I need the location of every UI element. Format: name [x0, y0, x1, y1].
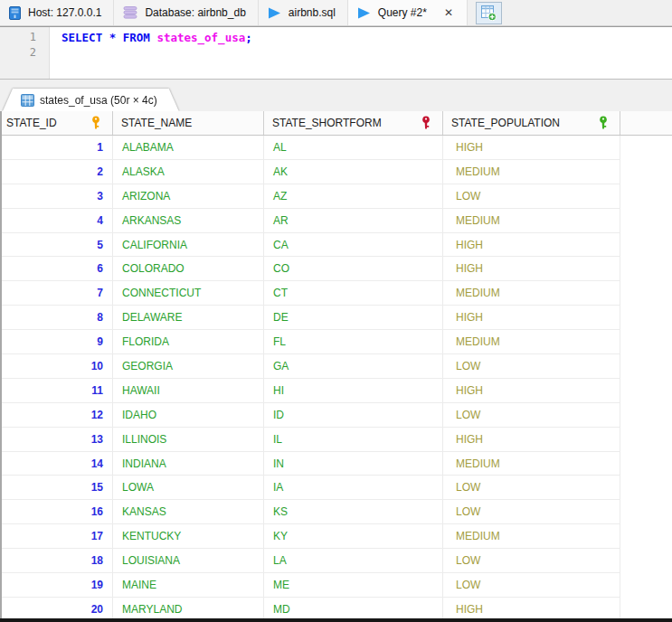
cell-state_shortform[interactable]: FL: [264, 330, 443, 354]
cell-state_id[interactable]: 12: [2, 403, 113, 428]
cell-state_id[interactable]: 1: [2, 136, 113, 160]
cell-state_shortform[interactable]: AZ: [264, 184, 443, 209]
cell-state_id[interactable]: 11: [2, 379, 113, 403]
cell-state_shortform[interactable]: ME: [264, 573, 443, 598]
cell-state_shortform[interactable]: CA: [264, 233, 443, 258]
cell-state_name[interactable]: KANSAS: [113, 500, 264, 524]
table-row[interactable]: 16KANSASKSLOW: [2, 500, 672, 524]
column-header-state_name[interactable]: STATE_NAME: [113, 111, 264, 135]
cell-state_population[interactable]: LOW: [443, 500, 620, 524]
cell-state_population[interactable]: HIGH: [443, 233, 620, 258]
cell-state_id[interactable]: 9: [2, 330, 113, 354]
table-row[interactable]: 7CONNECTICUTCTMEDIUM: [2, 281, 672, 306]
cell-state_name[interactable]: LOUISIANA: [113, 549, 264, 573]
cell-state_population[interactable]: HIGH: [443, 257, 620, 281]
table-row[interactable]: 6COLORADOCOHIGH: [2, 257, 672, 281]
sql-editor[interactable]: 12 SELECT * FROM states_of_usa;: [0, 26, 672, 80]
cell-state_shortform[interactable]: DE: [264, 306, 443, 330]
table-row[interactable]: 8DELAWAREDEHIGH: [2, 306, 672, 330]
cell-state_population[interactable]: LOW: [443, 573, 620, 598]
cell-state_name[interactable]: FLORIDA: [113, 330, 264, 354]
cell-state_population[interactable]: MEDIUM: [443, 524, 620, 549]
cell-state_id[interactable]: 8: [2, 306, 113, 330]
cell-state_name[interactable]: LOWA: [113, 476, 264, 500]
cell-state_id[interactable]: 18: [2, 549, 113, 573]
table-row[interactable]: 11HAWAIIHIHIGH: [2, 379, 672, 403]
tab-query-2[interactable]: Query #2* ✕: [348, 0, 468, 25]
cell-state_population[interactable]: MEDIUM: [443, 330, 620, 354]
table-row[interactable]: 13ILLINOISILHIGH: [2, 428, 672, 452]
cell-state_name[interactable]: CALIFORNIA: [113, 233, 264, 258]
editor-results-splitter[interactable]: [0, 80, 672, 89]
table-row[interactable]: 18LOUISIANALALOW: [2, 549, 672, 573]
cell-state_id[interactable]: 6: [2, 257, 113, 281]
close-icon[interactable]: ✕: [442, 5, 455, 20]
cell-state_name[interactable]: GEORGIA: [113, 354, 264, 379]
tab-database[interactable]: Database: airbnb_db: [114, 0, 258, 25]
cell-state_name[interactable]: ARKANSAS: [113, 209, 264, 233]
cell-state_shortform[interactable]: KY: [264, 524, 443, 549]
cell-state_population[interactable]: HIGH: [443, 136, 620, 160]
cell-state_name[interactable]: ALASKA: [113, 160, 264, 184]
cell-state_id[interactable]: 10: [2, 354, 113, 379]
cell-state_name[interactable]: DELAWARE: [113, 306, 264, 330]
cell-state_population[interactable]: LOW: [443, 354, 620, 379]
cell-state_shortform[interactable]: HI: [264, 379, 443, 403]
cell-state_id[interactable]: 5: [2, 233, 113, 258]
cell-state_population[interactable]: MEDIUM: [443, 209, 620, 233]
cell-state_id[interactable]: 16: [2, 500, 113, 524]
table-row[interactable]: 12IDAHOIDLOW: [2, 403, 672, 428]
table-row[interactable]: 3ARIZONAAZLOW: [2, 184, 672, 209]
cell-state_name[interactable]: IDAHO: [113, 403, 264, 428]
table-row[interactable]: 14INDIANAINMEDIUM: [2, 452, 672, 476]
cell-state_id[interactable]: 3: [2, 184, 113, 209]
cell-state_population[interactable]: MEDIUM: [443, 452, 620, 476]
tab-host[interactable]: Host: 127.0.0.1: [0, 0, 114, 25]
table-row[interactable]: 1ALABAMAALHIGH: [2, 136, 672, 160]
column-header-state_id[interactable]: STATE_ID: [2, 111, 113, 135]
cell-state_population[interactable]: HIGH: [443, 428, 620, 452]
cell-state_name[interactable]: ARIZONA: [113, 184, 264, 209]
cell-state_shortform[interactable]: IL: [264, 428, 443, 452]
cell-state_id[interactable]: 17: [2, 524, 113, 549]
cell-state_population[interactable]: LOW: [443, 476, 620, 500]
cell-state_id[interactable]: 7: [2, 281, 113, 306]
cell-state_name[interactable]: INDIANA: [113, 452, 264, 476]
cell-state_shortform[interactable]: AL: [264, 136, 443, 160]
cell-state_name[interactable]: CONNECTICUT: [113, 281, 264, 306]
cell-state_shortform[interactable]: LA: [264, 549, 443, 573]
cell-state_name[interactable]: ALABAMA: [113, 136, 264, 160]
cell-state_shortform[interactable]: GA: [264, 354, 443, 379]
cell-state_name[interactable]: HAWAII: [113, 379, 264, 403]
cell-state_shortform[interactable]: CT: [264, 281, 443, 306]
sql-code-line[interactable]: SELECT * FROM states_of_usa;: [50, 27, 252, 79]
cell-state_shortform[interactable]: CO: [264, 257, 443, 281]
cell-state_name[interactable]: KENTUCKY: [113, 524, 264, 549]
cell-state_population[interactable]: HIGH: [443, 306, 620, 330]
column-header-state_shortform[interactable]: STATE_SHORTFORM: [264, 111, 443, 135]
cell-state_shortform[interactable]: ID: [264, 403, 443, 428]
cell-state_id[interactable]: 14: [2, 452, 113, 476]
tab-sql-file[interactable]: airbnb.sql: [259, 0, 348, 25]
cell-state_population[interactable]: MEDIUM: [443, 160, 620, 184]
cell-state_shortform[interactable]: IN: [264, 452, 443, 476]
table-row[interactable]: 10GEORGIAGALOW: [2, 354, 672, 379]
result-tab-states-of-usa[interactable]: states_of_usa (50r × 4c): [3, 89, 179, 111]
cell-state_shortform[interactable]: AK: [264, 160, 443, 184]
table-row[interactable]: 5CALIFORNIACAHIGH: [2, 233, 672, 258]
cell-state_name[interactable]: COLORADO: [113, 257, 264, 281]
column-header-state_population[interactable]: STATE_POPULATION: [443, 111, 620, 135]
table-row[interactable]: 19MAINEMELOW: [2, 573, 672, 598]
cell-state_population[interactable]: MEDIUM: [443, 281, 620, 306]
cell-state_population[interactable]: LOW: [443, 403, 620, 428]
cell-state_id[interactable]: 13: [2, 428, 113, 452]
cell-state_name[interactable]: ILLINOIS: [113, 428, 264, 452]
table-row[interactable]: 9FLORIDAFLMEDIUM: [2, 330, 672, 354]
cell-state_shortform[interactable]: IA: [264, 476, 443, 500]
cell-state_id[interactable]: 19: [2, 573, 113, 598]
new-query-tab-button[interactable]: [476, 2, 502, 24]
table-row[interactable]: 4ARKANSASARMEDIUM: [2, 209, 672, 233]
cell-state_id[interactable]: 15: [2, 476, 113, 500]
cell-state_id[interactable]: 2: [2, 160, 113, 184]
cell-state_id[interactable]: 4: [2, 209, 113, 233]
